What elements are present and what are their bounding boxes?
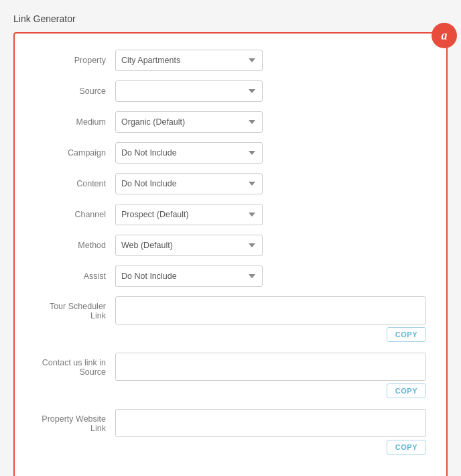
campaign-select[interactable]: Do Not Include	[115, 142, 263, 164]
method-select[interactable]: Web (Default)	[115, 235, 263, 256]
tour-scheduler-textarea[interactable]	[115, 296, 426, 324]
content-row: Content Do Not Include	[35, 173, 426, 194]
tour-scheduler-row: Tour Scheduler Link COPY	[35, 296, 426, 342]
property-row: Property City Apartments	[35, 50, 426, 71]
tour-scheduler-wrapper: COPY	[115, 296, 426, 342]
property-select[interactable]: City Apartments	[115, 50, 263, 71]
link-generator-card: a Property City Apartments Source Medium…	[13, 32, 448, 476]
tour-scheduler-section: Tour Scheduler Link COPY	[35, 296, 426, 342]
assist-row: Assist Do Not Include	[35, 265, 426, 287]
property-website-wrapper: COPY	[115, 409, 426, 455]
property-website-textarea[interactable]	[115, 409, 426, 437]
channel-row: Channel Prospect (Default)	[35, 204, 426, 225]
method-label: Method	[35, 241, 115, 250]
channel-select[interactable]: Prospect (Default)	[115, 204, 263, 225]
property-label: Property	[35, 56, 115, 65]
contact-us-section: Contact us link in Source COPY	[35, 353, 426, 398]
medium-select[interactable]: Organic (Default)	[115, 111, 263, 133]
assist-select[interactable]: Do Not Include	[115, 265, 263, 287]
medium-row: Medium Organic (Default)	[35, 111, 426, 133]
badge-a: a	[432, 23, 457, 48]
medium-label: Medium	[35, 117, 115, 127]
source-label: Source	[35, 86, 115, 96]
contact-us-copy-button[interactable]: COPY	[387, 383, 426, 398]
property-website-copy-button[interactable]: COPY	[387, 440, 426, 455]
content-select[interactable]: Do Not Include	[115, 173, 263, 194]
tour-scheduler-label: Tour Scheduler Link	[35, 296, 115, 320]
tour-scheduler-copy-button[interactable]: COPY	[387, 327, 426, 342]
method-row: Method Web (Default)	[35, 235, 426, 256]
campaign-row: Campaign Do Not Include	[35, 142, 426, 164]
page-title: Link Generator	[13, 13, 448, 24]
contact-us-label: Contact us link in Source	[35, 353, 115, 377]
source-row: Source	[35, 80, 426, 102]
campaign-label: Campaign	[35, 148, 115, 158]
property-website-row: Property Website Link COPY	[35, 409, 426, 455]
contact-us-textarea[interactable]	[115, 353, 426, 381]
assist-label: Assist	[35, 272, 115, 281]
content-label: Content	[35, 179, 115, 188]
property-website-section: Property Website Link COPY	[35, 409, 426, 455]
tour-scheduler-copy-row: COPY	[115, 327, 426, 342]
contact-us-wrapper: COPY	[115, 353, 426, 398]
channel-label: Channel	[35, 210, 115, 219]
property-website-label: Property Website Link	[35, 409, 115, 433]
source-select[interactable]	[115, 80, 263, 102]
property-website-copy-row: COPY	[115, 440, 426, 455]
contact-us-copy-row: COPY	[115, 383, 426, 398]
contact-us-row: Contact us link in Source COPY	[35, 353, 426, 398]
